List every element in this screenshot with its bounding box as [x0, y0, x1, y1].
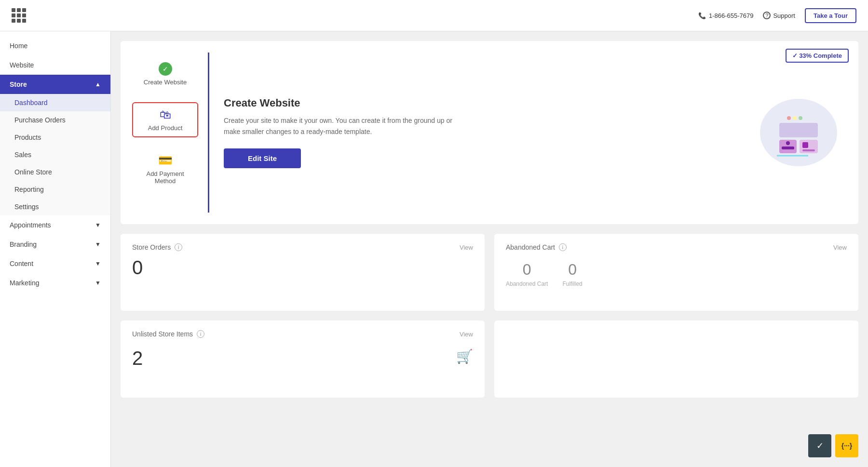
illustration-svg [765, 104, 832, 161]
cart-icon: 🛒 [456, 348, 473, 364]
sidebar-home-label: Home [10, 42, 27, 50]
sidebar-item-branding[interactable]: Branding ▼ [0, 235, 110, 254]
support-label: Support [773, 12, 795, 19]
abandoned-count-value: 0 [523, 261, 531, 279]
take-tour-button[interactable]: Take a Tour [805, 8, 856, 23]
svg-rect-4 [779, 123, 818, 137]
abandoned-count-metric: 0 Abandoned Cart [506, 261, 548, 287]
sidebar-store-label: Store [10, 80, 27, 88]
unlisted-items-view-link[interactable]: View [460, 331, 473, 338]
abandoned-cart-title-row: Abandoned Cart i [506, 243, 567, 251]
store-orders-title: Store Orders [132, 243, 171, 251]
sidebar-item-dashboard[interactable]: Dashboard [0, 94, 110, 111]
abandoned-count-label: Abandoned Cart [506, 280, 548, 287]
steps-sidebar: ✓ Create Website 🛍 Add Product 💳 Add Pay… [132, 53, 209, 213]
phone-info: 📞 1-866-655-7679 [698, 12, 754, 19]
sidebar-item-website[interactable]: Website [0, 55, 110, 75]
step-add-payment[interactable]: 💳 Add Payment Method [132, 149, 198, 189]
unlisted-items-header: Unlisted Store Items i View [132, 330, 473, 338]
abandoned-cart-header: Abandoned Cart i View [506, 243, 847, 251]
appointments-label: Appointments [10, 221, 51, 229]
main-layout: Home Website Store ▲ Dashboard Purchase … [0, 31, 868, 467]
add-product-icon: 🛍 [160, 108, 171, 121]
appointments-chevron-icon: ▼ [95, 222, 101, 228]
step-add-product-label: Add Product [148, 124, 183, 132]
sidebar-item-purchase-orders[interactable]: Purchase Orders [0, 111, 110, 129]
code-button[interactable]: {···} [835, 434, 858, 457]
store-chevron-icon: ▲ [95, 81, 101, 88]
sidebar-item-products[interactable]: Products [0, 129, 110, 146]
unlisted-items-value: 2 [132, 347, 143, 369]
progress-badge: ✓ 33% Complete [786, 49, 849, 63]
code-icon: {···} [841, 442, 853, 450]
store-orders-info-icon[interactable]: i [175, 243, 182, 251]
stats-row: Store Orders i View 0 Abandoned Cart i V… [121, 234, 858, 311]
grid-menu-icon[interactable] [12, 8, 26, 23]
step-create-website[interactable]: ✓ Create Website [132, 57, 198, 91]
unlisted-items-title-row: Unlisted Store Items i [132, 330, 204, 338]
add-payment-icon: 💳 [158, 154, 173, 167]
svg-point-2 [793, 116, 797, 120]
main-content: ✓ 33% Complete ✓ Create Website 🛍 Add Pr… [111, 31, 868, 467]
header-right: 📞 1-866-655-7679 ? Support Take a Tour [698, 8, 856, 23]
unlisted-inner: 2 🛒 [132, 344, 473, 369]
svg-rect-9 [802, 142, 808, 148]
float-buttons: ✓ {···} [808, 434, 858, 457]
sidebar: Home Website Store ▲ Dashboard Purchase … [0, 31, 111, 467]
sidebar-website-label: Website [10, 61, 34, 69]
branding-label: Branding [10, 240, 37, 248]
edit-site-button[interactable]: Edit Site [224, 148, 301, 168]
svg-point-1 [787, 116, 791, 120]
abandoned-cart-view-link[interactable]: View [833, 244, 847, 251]
sidebar-item-settings[interactable]: Settings [0, 198, 110, 215]
setup-description: Create your site to make it your own. Yo… [224, 115, 465, 137]
fulfilled-count-label: Fulfilled [562, 280, 582, 287]
content-label: Content [10, 260, 33, 267]
store-sub-menu: Dashboard Purchase Orders Products Sales… [0, 94, 110, 215]
store-orders-value: 0 [132, 257, 473, 279]
step-add-payment-label: Add Payment Method [136, 170, 194, 185]
second-stats-row: Unlisted Store Items i View 2 🛒 [121, 320, 858, 398]
content-chevron-icon: ▼ [95, 260, 101, 267]
svg-point-3 [799, 116, 802, 120]
fulfilled-count-metric: 0 Fulfilled [562, 261, 582, 287]
store-orders-header: Store Orders i View [132, 243, 473, 251]
sidebar-item-home[interactable]: Home [0, 36, 110, 55]
abandoned-cart-metrics: 0 Abandoned Cart 0 Fulfilled [506, 261, 847, 287]
support-link[interactable]: ? Support [763, 12, 795, 19]
store-orders-title-row: Store Orders i [132, 243, 182, 251]
phone-icon: 📞 [698, 12, 706, 19]
abandoned-cart-title: Abandoned Cart [506, 243, 555, 251]
products-label: Products [14, 133, 41, 141]
unlisted-items-info-icon[interactable]: i [197, 330, 204, 338]
header-left [12, 8, 26, 23]
unlisted-items-card: Unlisted Store Items i View 2 🛒 [121, 320, 485, 398]
store-orders-view-link[interactable]: View [460, 244, 473, 251]
abandoned-cart-info-icon[interactable]: i [559, 243, 567, 251]
marketing-label: Marketing [10, 279, 39, 287]
placeholder-card [494, 320, 858, 398]
sidebar-item-appointments[interactable]: Appointments ▼ [0, 215, 110, 235]
step-add-product[interactable]: 🛍 Add Product [132, 102, 198, 137]
fulfilled-count-value: 0 [568, 261, 577, 279]
chat-icon: ✓ [816, 440, 824, 451]
sidebar-item-reporting[interactable]: Reporting [0, 181, 110, 198]
setup-card: ✓ 33% Complete ✓ Create Website 🛍 Add Pr… [121, 41, 858, 224]
chat-button[interactable]: ✓ [808, 434, 831, 457]
settings-label: Settings [14, 203, 39, 211]
sidebar-item-store[interactable]: Store ▲ [0, 75, 110, 94]
sidebar-item-marketing[interactable]: Marketing ▼ [0, 273, 110, 293]
top-header: 📞 1-866-655-7679 ? Support Take a Tour [0, 0, 868, 31]
dashboard-label: Dashboard [14, 99, 48, 107]
svg-rect-10 [802, 149, 815, 151]
sidebar-item-online-store[interactable]: Online Store [0, 163, 110, 181]
svg-rect-7 [782, 147, 794, 149]
sidebar-item-sales[interactable]: Sales [0, 146, 110, 163]
unlisted-items-title: Unlisted Store Items [132, 330, 193, 338]
abandoned-cart-card: Abandoned Cart i View 0 Abandoned Cart 0… [494, 234, 858, 311]
store-orders-card: Store Orders i View 0 [121, 234, 485, 311]
sidebar-item-content[interactable]: Content ▼ [0, 254, 110, 273]
marketing-chevron-icon: ▼ [95, 280, 101, 286]
purchase-orders-label: Purchase Orders [14, 116, 66, 124]
sales-label: Sales [14, 151, 31, 159]
